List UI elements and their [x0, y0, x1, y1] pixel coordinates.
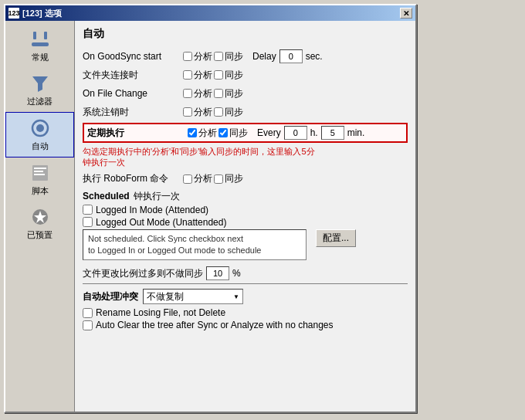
- checkbox-analyze-scheduled[interactable]: [188, 128, 197, 137]
- annotation-line1: 勾选定期执行中的'分析'和'同步'输入同步的时间，这里输入5分: [83, 147, 315, 156]
- window-icon: 123: [8, 8, 19, 19]
- delay-label: Delay: [252, 51, 276, 62]
- sidebar-label-preset: 已预置: [27, 229, 52, 241]
- divider1: [83, 283, 408, 284]
- label-system-login: 系统注销时: [83, 106, 183, 119]
- main-window: 123 [123] 选项 ✕ 常规: [4, 4, 417, 413]
- sync-label-file: 同步: [225, 87, 243, 100]
- sync-label-folder: 同步: [225, 69, 243, 82]
- sidebar-item-filter[interactable]: 过滤器: [5, 68, 74, 112]
- checkbox-sync-roboform[interactable]: [214, 174, 223, 184]
- min-input[interactable]: [321, 126, 344, 140]
- cb-group-system: 分析 同步: [183, 106, 245, 119]
- window-title: [123] 选项: [22, 8, 62, 19]
- checkbox-sync-folder[interactable]: [214, 70, 223, 80]
- file-change-pct-row: 文件更改比例过多则不做同步 %: [83, 266, 408, 280]
- cb-analyze-system: 分析: [183, 106, 212, 119]
- annotation: 勾选定期执行中的'分析'和'同步'输入同步的时间，这里输入5分 钟执行一次: [83, 146, 408, 168]
- label-file-change: On File Change: [83, 88, 183, 99]
- checkbox-analyze-roboform[interactable]: [183, 174, 192, 184]
- annotation-line2: 钟执行一次: [83, 158, 125, 167]
- checkbox-sync-system[interactable]: [214, 107, 223, 117]
- cb-group-goodsync: 分析 同步: [183, 50, 245, 63]
- checkbox-sync-file[interactable]: [214, 89, 223, 98]
- logged-in-row: Logged In Mode (Attended): [83, 205, 408, 215]
- svg-rect-0: [33, 32, 36, 39]
- sidebar-label-general: 常规: [32, 52, 49, 63]
- filter-icon: [29, 73, 51, 94]
- main-panel: 自动 On GoodSync start 分析 同步 Delay: [75, 21, 415, 412]
- general-icon: [29, 29, 51, 50]
- checkbox-analyze-system[interactable]: [183, 107, 192, 117]
- analyze-label-goodsync: 分析: [194, 50, 212, 63]
- svg-marker-3: [32, 76, 48, 92]
- conflict-row: 自动处理冲突 不做复制 ▼: [83, 289, 408, 304]
- peizhi-button[interactable]: 配置...: [316, 229, 356, 247]
- row-roboform: 执行 RoboForm 命令 分析 同步: [83, 171, 408, 187]
- schedule-text-row: Not scheduled. Click Sync checkbox next …: [83, 229, 408, 264]
- hour-unit: h.: [310, 127, 318, 138]
- conflict-value: 不做复制: [147, 290, 184, 303]
- sidebar-item-script[interactable]: 脚本: [5, 158, 74, 202]
- every-extra: Every h. min.: [257, 126, 364, 140]
- conflict-dropdown[interactable]: 不做复制 ▼: [143, 289, 243, 304]
- label-roboform: 执行 RoboForm 命令: [83, 172, 183, 185]
- cb-group-folder: 分析 同步: [183, 69, 245, 82]
- sync-label-goodsync: 同步: [225, 50, 243, 63]
- scheduled-subtitle: 钟执行一次: [134, 191, 180, 202]
- cb-group-roboform: 分析 同步: [183, 172, 245, 185]
- titlebar: 123 [123] 选项 ✕: [5, 5, 415, 21]
- rename-row: Rename Losing File, not Delete: [83, 307, 408, 318]
- checkbox-analyze-goodsync[interactable]: [183, 52, 192, 61]
- sidebar-label-auto: 自动: [32, 141, 49, 152]
- section-title: 自动: [83, 27, 408, 41]
- cb-analyze-scheduled: 分析: [188, 127, 217, 140]
- sync-label-system: 同步: [225, 106, 243, 119]
- sidebar-item-general[interactable]: 常规: [5, 24, 74, 68]
- hour-input[interactable]: [284, 126, 307, 140]
- cb-sync-roboform: 同步: [214, 172, 243, 185]
- titlebar-title-group: 123 [123] 选项: [8, 8, 62, 19]
- preset-icon: [29, 206, 51, 228]
- cb-analyze-roboform: 分析: [183, 172, 212, 185]
- scheduled-section: Scheduled 钟执行一次 Logged In Mode (Attended…: [83, 190, 408, 281]
- checkbox-sync-scheduled[interactable]: [218, 128, 228, 137]
- checkbox-logged-out[interactable]: [83, 217, 93, 227]
- checkbox-auto-clear[interactable]: [83, 320, 93, 330]
- conflict-label: 自动处理冲突: [83, 290, 138, 303]
- rename-label: Rename Losing File, not Delete: [96, 307, 225, 318]
- analyze-label-roboform: 分析: [194, 172, 212, 185]
- label-folder-connect: 文件夹连接时: [83, 69, 183, 82]
- close-button[interactable]: ✕: [400, 8, 412, 19]
- logged-out-label: Logged Out Mode (Unattended): [96, 217, 226, 228]
- cb-analyze-goodsync: 分析: [183, 50, 212, 63]
- sidebar-item-preset[interactable]: 已预置: [5, 202, 74, 246]
- auto-clear-row: Auto Clear the tree after Sync or Analyz…: [83, 320, 408, 330]
- analyze-label-system: 分析: [194, 106, 212, 119]
- file-change-pct-input[interactable]: [206, 266, 229, 280]
- cb-sync-goodsync: 同步: [214, 50, 243, 63]
- checkbox-sync-goodsync[interactable]: [214, 52, 223, 61]
- delay-unit: sec.: [306, 51, 323, 62]
- checkbox-rename[interactable]: [83, 308, 93, 318]
- row-system-login: 系统注销时 分析 同步: [83, 104, 408, 120]
- dropdown-arrow-icon: ▼: [233, 293, 239, 300]
- file-change-pct-unit: %: [232, 268, 241, 279]
- cb-sync-file: 同步: [214, 87, 243, 100]
- cb-group-file: 分析 同步: [183, 87, 245, 100]
- row-goodsync-start: On GoodSync start 分析 同步 Delay sec.: [83, 49, 408, 64]
- sync-label-roboform: 同步: [225, 172, 243, 185]
- checkbox-analyze-file[interactable]: [183, 89, 192, 98]
- svg-point-5: [36, 124, 44, 132]
- sidebar-item-auto[interactable]: 自动: [5, 112, 74, 158]
- row-file-change: On File Change 分析 同步: [83, 86, 408, 101]
- checkbox-logged-in[interactable]: [83, 205, 93, 215]
- min-unit: min.: [347, 127, 365, 138]
- row-scheduled-exec: 定期执行 分析 同步 Every h. min.: [83, 123, 408, 143]
- auto-clear-label: Auto Clear the tree after Sync or Analyz…: [96, 320, 334, 330]
- auto-icon: [29, 117, 51, 139]
- checkbox-analyze-folder[interactable]: [183, 70, 192, 80]
- cb-analyze-folder: 分析: [183, 69, 212, 82]
- cb-sync-scheduled: 同步: [218, 127, 248, 140]
- delay-input[interactable]: [279, 49, 303, 63]
